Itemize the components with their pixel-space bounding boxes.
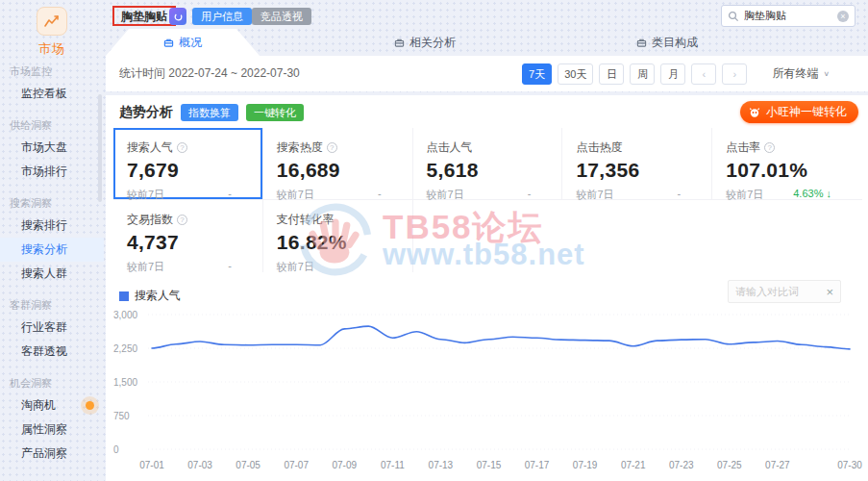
sidebar-menu: 市场监控监控看板供给洞察市场大盘市场排行搜索洞察搜索排行搜索分析搜索人群客群洞察… <box>0 52 104 466</box>
svg-text:1,500: 1,500 <box>113 377 137 388</box>
svg-text:07-21: 07-21 <box>621 460 646 470</box>
sidebar-item-1-0[interactable]: 市场大盘 <box>0 136 104 160</box>
prev-period-button[interactable]: ‹ <box>691 63 716 85</box>
search-input[interactable] <box>744 11 832 22</box>
metric-label: 点击热度 <box>576 139 622 156</box>
metric-label: 点击人气 <box>427 139 473 156</box>
sidebar-item-2-1[interactable]: 搜索分析 <box>0 238 104 262</box>
chart-legend: 搜索人气 <box>119 288 181 304</box>
next-period-button[interactable]: › <box>722 63 747 85</box>
compare-word-input[interactable] <box>735 286 822 297</box>
svg-text:07-23: 07-23 <box>669 460 694 470</box>
app-logo[interactable]: 市场 <box>25 7 79 58</box>
metric-card-1[interactable]: 搜索热度? 16,689 较前7日- <box>263 128 413 200</box>
sidebar-scrollbar[interactable] <box>98 94 102 202</box>
compare-word-box: × <box>728 280 841 303</box>
tab-2[interactable]: 类目构成 <box>590 29 744 56</box>
trend-line-chart[interactable]: 07501,5002,2503,00007-0107-0307-0507-070… <box>113 307 864 474</box>
metric-value: 16.82% <box>277 231 399 254</box>
legend-label: 搜索人气 <box>135 288 181 304</box>
market-logo-icon <box>37 7 67 36</box>
clear-search-icon[interactable]: × <box>837 11 849 22</box>
keyword-search-box: × <box>721 5 856 27</box>
briefcase-icon <box>636 38 647 48</box>
notification-dot-icon <box>86 401 94 410</box>
svg-text:07-07: 07-07 <box>284 460 309 470</box>
sidebar: 市场 市场监控监控看板供给洞察市场大盘市场排行搜索洞察搜索排行搜索分析搜索人群客… <box>0 0 104 481</box>
metric-compare-label: 较前7日 <box>726 188 763 202</box>
metric-card-0[interactable]: 搜索人气? 7,679 较前7日- <box>113 128 263 200</box>
terminal-dropdown[interactable]: 所有终端 ∨ <box>772 65 830 82</box>
period-button-日[interactable]: 日 <box>599 63 624 85</box>
svg-text:07-17: 07-17 <box>525 460 550 470</box>
period-button-7天[interactable]: 7天 <box>522 63 552 85</box>
svg-text:07-30: 07-30 <box>837 460 862 470</box>
metric-value: 17,356 <box>576 159 698 182</box>
sidebar-item-4-0[interactable]: 淘商机 <box>0 393 104 418</box>
svg-text:07-01: 07-01 <box>139 460 164 470</box>
current-keyword: 胸垫胸贴 <box>112 6 176 26</box>
sidebar-item-2-2[interactable]: 搜索人群 <box>0 262 104 286</box>
sidebar-item-1-1[interactable]: 市场排行 <box>0 160 104 184</box>
metric-card-2[interactable]: 点击人气 5,618 较前7日- <box>413 128 563 200</box>
info-icon[interactable]: ? <box>327 142 337 153</box>
info-icon[interactable]: ? <box>764 142 775 153</box>
briefcase-icon <box>163 38 174 48</box>
period-selector: 7天30天日周月‹› <box>522 63 747 85</box>
metric-label: 交易指数 <box>127 212 173 228</box>
period-button-周[interactable]: 周 <box>630 63 655 85</box>
wangshen-convert-button[interactable]: 小旺神一键转化 <box>740 101 858 123</box>
sidebar-group-header: 市场监控 <box>10 64 104 79</box>
period-button-30天[interactable]: 30天 <box>558 63 593 85</box>
sidebar-item-4-2[interactable]: 产品洞察 <box>0 442 104 466</box>
competitor-insight-button[interactable]: 竞品透视 <box>252 8 311 25</box>
tab-label: 类目构成 <box>652 35 698 51</box>
trend-section-title: 趋势分析 <box>119 104 173 121</box>
sidebar-item-2-0[interactable]: 搜索排行 <box>0 214 104 238</box>
search-icon <box>728 11 739 22</box>
chevron-down-icon: ∨ <box>823 70 830 78</box>
metric-label: 点击率 <box>726 139 760 156</box>
legend-swatch <box>119 291 129 301</box>
assistant-app-icon[interactable] <box>169 8 186 25</box>
sidebar-item-4-1[interactable]: 属性洞察 <box>0 418 104 442</box>
metric-change: 4.63% ↓ <box>793 188 831 202</box>
info-icon[interactable]: ? <box>177 142 187 153</box>
stat-toolbar: 统计时间 2022-07-24 ~ 2022-07-30 7天30天日周月‹› … <box>106 56 868 91</box>
tab-1[interactable]: 相关分析 <box>348 29 502 56</box>
metric-card-3[interactable]: 点击热度 17,356 较前7日- <box>562 128 712 200</box>
sidebar-item-0-0[interactable]: 监控看板 <box>0 82 104 106</box>
index-convert-button[interactable]: 指数换算 <box>181 104 238 121</box>
sidebar-group-header: 搜索洞察 <box>10 196 104 211</box>
sidebar-group-header: 供给洞察 <box>10 118 104 133</box>
svg-text:07-13: 07-13 <box>429 460 454 470</box>
svg-text:07-27: 07-27 <box>765 460 790 470</box>
sidebar-item-3-1[interactable]: 客群透视 <box>0 340 104 364</box>
svg-text:0: 0 <box>113 444 119 455</box>
tab-bar: 概况相关分析类目构成 <box>106 29 868 56</box>
metric-compare-label: 较前7日 <box>576 188 613 202</box>
user-info-button[interactable]: 用户信息 <box>192 8 252 25</box>
info-icon[interactable]: ? <box>177 215 187 225</box>
metric-value: 5,618 <box>427 159 549 182</box>
svg-text:750: 750 <box>113 411 130 421</box>
close-icon[interactable]: × <box>826 285 833 299</box>
svg-text:2,250: 2,250 <box>113 343 137 354</box>
metric-cards: 搜索人气? 7,679 较前7日- 搜索热度? 16,689 较前7日- 点击人… <box>113 128 862 272</box>
metric-change: - <box>528 188 532 202</box>
metric-card-6[interactable]: 支付转化率 16.82% 较前7日 <box>263 200 413 272</box>
sidebar-item-3-0[interactable]: 行业客群 <box>0 316 104 340</box>
stat-time-label: 统计时间 2022-07-24 ~ 2022-07-30 <box>119 65 300 82</box>
metric-change: - <box>228 260 232 274</box>
metric-card-4[interactable]: 点击率? 107.01% 较前7日4.63% ↓ <box>712 128 862 200</box>
metric-compare-label: 较前7日 <box>127 260 164 274</box>
briefcase-icon <box>394 38 405 48</box>
svg-text:07-19: 07-19 <box>573 460 598 470</box>
tab-0[interactable]: 概况 <box>106 29 260 56</box>
period-button-月[interactable]: 月 <box>660 63 685 85</box>
metric-label: 搜索热度 <box>277 139 323 156</box>
metric-label: 支付转化率 <box>277 212 335 228</box>
one-key-convert-button[interactable]: 一键转化 <box>246 104 304 121</box>
svg-text:07-03: 07-03 <box>187 460 212 470</box>
metric-card-5[interactable]: 交易指数? 4,737 较前7日- <box>113 200 263 272</box>
